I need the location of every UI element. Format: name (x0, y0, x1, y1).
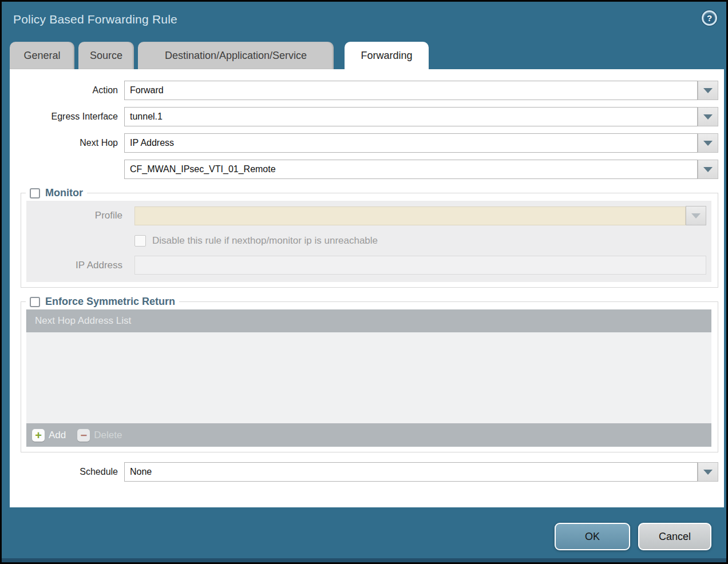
tab-forwarding[interactable]: Forwarding (345, 42, 429, 69)
pbf-rule-dialog: Policy Based Forwarding Rule ? General S… (0, 0, 728, 564)
next-hop-row: Next Hop IP Address (10, 133, 718, 153)
disable-rule-label: Disable this rule if nexthop/monitor ip … (152, 235, 378, 247)
chevron-down-icon (703, 167, 713, 172)
minus-icon: − (77, 429, 90, 442)
table-body (26, 332, 711, 423)
chevron-down-icon (703, 114, 713, 120)
profile-label: Profile (26, 210, 122, 221)
tab-destination-application-service[interactable]: Destination/Application/Service (138, 42, 334, 69)
forwarding-tab-panel: Action Forward Egress Interface tunnel.1… (10, 69, 724, 507)
schedule-dropdown-button[interactable] (698, 462, 718, 482)
next-hop-label: Next Hop (10, 138, 124, 148)
monitor-ip-address-input (134, 256, 706, 275)
enforce-symmetric-return-label: Enforce Symmetric Return (45, 296, 175, 308)
egress-interface-label: Egress Interface (10, 112, 124, 122)
next-hop-address-list-table: Next Hop Address List + Add − Delete (26, 309, 711, 447)
bottom-edge-strip (2, 558, 726, 562)
schedule-row: Schedule None (10, 462, 718, 482)
action-dropdown-button[interactable] (698, 81, 718, 100)
next-hop-address-row: CF_MWAN_IPsec_VTI_01_Remote (10, 160, 718, 179)
tab-source[interactable]: Source (78, 42, 134, 69)
table-header: Next Hop Address List (26, 309, 711, 332)
add-button[interactable]: + Add (32, 429, 66, 442)
next-hop-type-dropdown-button[interactable] (698, 133, 718, 153)
help-icon[interactable]: ? (702, 10, 717, 26)
disable-rule-row: Disable this rule if nexthop/monitor ip … (26, 235, 711, 247)
monitor-panel: Profile Disable this rule if nexthop/mon… (26, 201, 711, 282)
delete-button-label: Delete (94, 430, 122, 441)
action-select[interactable]: Forward (124, 81, 698, 100)
disable-rule-checkbox (134, 235, 146, 247)
chevron-down-icon (703, 88, 713, 93)
chevron-down-icon (691, 213, 701, 219)
ok-button[interactable]: OK (555, 523, 630, 550)
enforce-symmetric-return-legend[interactable]: Enforce Symmetric Return (26, 296, 179, 308)
chevron-down-icon (703, 470, 713, 475)
monitor-checkbox[interactable] (30, 188, 40, 198)
chevron-down-icon (703, 141, 713, 146)
delete-button: − Delete (77, 429, 122, 442)
next-hop-address-dropdown-button[interactable] (698, 160, 718, 179)
next-hop-type-select[interactable]: IP Address (124, 133, 698, 153)
monitor-legend[interactable]: Monitor (26, 187, 87, 199)
tab-general[interactable]: General (10, 42, 74, 69)
schedule-label: Schedule (10, 467, 124, 477)
egress-interface-dropdown-button[interactable] (698, 107, 718, 126)
table-footer: + Add − Delete (26, 423, 711, 447)
action-label: Action (10, 85, 124, 96)
next-hop-address-select[interactable]: CF_MWAN_IPsec_VTI_01_Remote (124, 160, 698, 179)
egress-interface-row: Egress Interface tunnel.1 (10, 107, 718, 126)
profile-row: Profile (26, 206, 711, 225)
action-row: Action Forward (10, 81, 718, 100)
profile-dropdown-button (686, 206, 706, 225)
monitor-group: Monitor Profile Disable this rule if nex… (21, 187, 718, 288)
monitor-legend-label: Monitor (45, 187, 83, 199)
enforce-symmetric-return-checkbox[interactable] (30, 297, 40, 307)
profile-select (134, 206, 686, 225)
monitor-ip-address-row: IP Address (26, 256, 711, 275)
add-button-label: Add (49, 430, 66, 441)
enforce-symmetric-return-group: Enforce Symmetric Return Next Hop Addres… (21, 296, 718, 452)
cancel-button[interactable]: Cancel (638, 523, 711, 550)
dialog-title: Policy Based Forwarding Rule (13, 13, 177, 26)
plus-icon: + (32, 429, 45, 442)
tab-bar: General Source Destination/Application/S… (10, 42, 433, 69)
egress-interface-select[interactable]: tunnel.1 (124, 107, 698, 126)
schedule-select[interactable]: None (124, 462, 698, 482)
monitor-ip-address-label: IP Address (26, 260, 122, 271)
